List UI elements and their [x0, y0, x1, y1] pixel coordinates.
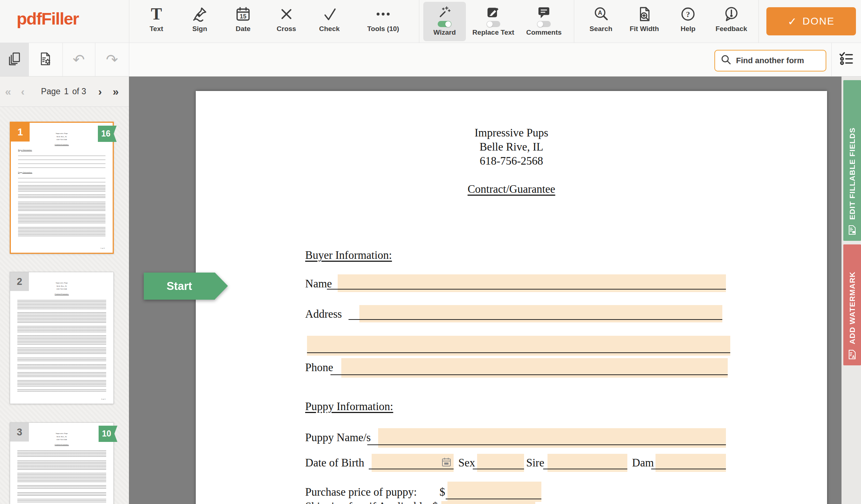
page-thumbnail-1[interactable]: 1 16 Impressive Pups Belle Rive, IL 618-… — [10, 122, 114, 254]
checklist-icon — [839, 51, 854, 68]
date-picker-icon[interactable] — [441, 457, 451, 469]
search-a-icon: A — [593, 5, 609, 23]
magic-wand-icon — [437, 5, 452, 20]
dam-label: Dam — [632, 456, 654, 469]
tools-menu-button[interactable]: Tools (10) — [367, 0, 399, 43]
redo-icon: ↷ — [106, 52, 118, 67]
main-toolbar: pdfFiller T Text Sign 15 Da — [0, 0, 861, 43]
add-watermark-tab[interactable]: ADD WATERMARK A — [843, 244, 861, 365]
page-navigation: « ‹ Page 1 of 3 › » — [0, 77, 129, 107]
name-field[interactable] — [338, 274, 726, 292]
current-page-number[interactable]: 1 — [64, 87, 69, 96]
comment-bubble-icon — [537, 5, 551, 20]
fillable-fields-count-badge: 16 — [98, 126, 117, 142]
done-check-icon: ✓ — [788, 15, 797, 28]
puppy-name-field[interactable] — [378, 428, 726, 448]
document-header: Impressive Pups Belle Rive, IL 618-756-2… — [196, 126, 827, 168]
page-thumbnail-2[interactable]: 2 Impressive Pups Belle Rive, IL 618-756… — [10, 272, 114, 404]
pages-stack-icon — [7, 52, 22, 68]
magnifier-icon — [721, 55, 732, 67]
document-viewer: Impressive Pups Belle Rive, IL 618-756-2… — [129, 77, 841, 504]
feedback-button[interactable]: Feedback — [715, 0, 747, 43]
check-tool-button[interactable]: Check — [319, 0, 339, 43]
ellipsis-icon — [377, 5, 390, 23]
purchase-price-field[interactable] — [447, 482, 541, 502]
svg-text:A: A — [852, 355, 855, 359]
date-of-birth-field[interactable] — [372, 454, 454, 472]
pdffiller-app: pdfFiller T Text Sign 15 Da — [0, 0, 861, 504]
replace-text-toggle-button[interactable]: Replace Text — [472, 0, 514, 43]
replace-text-icon — [486, 5, 501, 20]
divider — [129, 43, 129, 76]
comments-toggle-switch[interactable] — [537, 21, 551, 27]
thumbnail-page-preview: Impressive Pups Belle Rive, IL 618-756-2… — [11, 123, 113, 253]
purchase-price-label: Purchase price of puppy: — [305, 486, 417, 499]
secondary-toolbar: ↶ ↷ — [0, 43, 861, 77]
cross-icon — [279, 5, 294, 23]
done-button[interactable]: ✓ DONE — [766, 7, 856, 35]
document-gear-icon — [39, 52, 53, 68]
shipping-fees-field[interactable] — [441, 501, 535, 504]
date-tool-button[interactable]: 15 Date — [235, 0, 251, 43]
sign-pen-icon — [192, 5, 208, 23]
document-title: Contract/Guarantee — [196, 183, 827, 196]
comments-toggle-button[interactable]: Comments — [526, 0, 562, 43]
checklist-panel-button[interactable] — [831, 43, 861, 76]
next-page-button[interactable]: › — [98, 86, 102, 97]
help-icon: ? — [680, 5, 696, 23]
cross-tool-button[interactable]: Cross — [277, 0, 296, 43]
check-icon — [321, 5, 337, 23]
page-thumbnail-3[interactable]: 3 10 Impressive Pups Belle Rive, IL 618-… — [10, 422, 114, 504]
name-label: Name — [305, 277, 332, 290]
pdffiller-logo[interactable]: pdfFiller — [17, 9, 79, 29]
thumbnail-page-preview: Impressive Pups Belle Rive, IL 618-756-2… — [10, 272, 113, 404]
find-another-form-search[interactable] — [714, 50, 826, 71]
watermark-doc-icon: A — [847, 349, 857, 361]
sire-label: Sire — [526, 456, 544, 469]
thumbnail-number-badge: 3 — [10, 423, 29, 442]
edit-fields-doc-icon — [847, 225, 857, 236]
start-wizard-flag[interactable]: Start — [144, 273, 215, 300]
find-form-input[interactable] — [736, 56, 823, 65]
text-tool-button[interactable]: T Text — [150, 0, 163, 43]
address-label: Address — [305, 308, 342, 321]
last-page-button[interactable]: » — [113, 86, 119, 97]
text-icon: T — [151, 5, 162, 23]
redo-button[interactable]: ↷ — [95, 43, 129, 76]
previous-page-button[interactable]: ‹ — [21, 86, 25, 97]
svg-text:A: A — [598, 9, 602, 16]
sign-tool-button[interactable]: Sign — [192, 0, 208, 43]
first-page-button[interactable]: « — [5, 86, 11, 97]
right-tab-rail: EDIT FILLABLE FIELDS ADD WATERMARK A — [841, 77, 861, 504]
svg-text:15: 15 — [240, 13, 246, 19]
edit-fillable-fields-tab[interactable]: EDIT FILLABLE FIELDS — [843, 80, 861, 241]
pdf-page[interactable]: Impressive Pups Belle Rive, IL 618-756-2… — [196, 91, 827, 504]
replace-text-toggle-switch[interactable] — [486, 21, 500, 27]
date-of-birth-label: Date of Birth — [305, 456, 364, 469]
address-field[interactable] — [359, 305, 722, 322]
puppy-name-label: Puppy Name/s — [305, 431, 371, 444]
undo-button[interactable]: ↶ — [62, 43, 95, 76]
puppy-information-heading: Puppy Information: — [305, 400, 393, 413]
currency-sign: $ — [440, 486, 445, 499]
page-indicator: Page 1 of 3 — [32, 77, 95, 107]
dam-field[interactable] — [656, 454, 726, 472]
divider — [129, 0, 129, 43]
divider — [419, 0, 419, 43]
buyer-information-heading: Buyer Information: — [305, 249, 392, 262]
phone-label: Phone — [305, 361, 333, 374]
address-line2-field[interactable] — [307, 336, 730, 356]
help-button[interactable]: ? Help — [680, 0, 696, 43]
sire-field[interactable] — [548, 454, 627, 472]
feedback-icon — [723, 5, 739, 23]
wizard-toggle-button[interactable]: Wizard — [433, 0, 456, 43]
wizard-toggle-switch[interactable] — [438, 21, 451, 27]
thumbnail-sidebar: 1 16 Impressive Pups Belle Rive, IL 618-… — [0, 107, 129, 504]
document-settings-button[interactable] — [29, 43, 62, 76]
phone-field[interactable] — [341, 358, 728, 378]
sex-field[interactable] — [477, 454, 524, 472]
calendar-icon: 15 — [235, 5, 251, 23]
fit-width-button[interactable]: Fit Width — [629, 0, 659, 43]
pages-panel-button[interactable] — [0, 43, 29, 76]
search-tool-button[interactable]: A Search — [589, 0, 612, 43]
